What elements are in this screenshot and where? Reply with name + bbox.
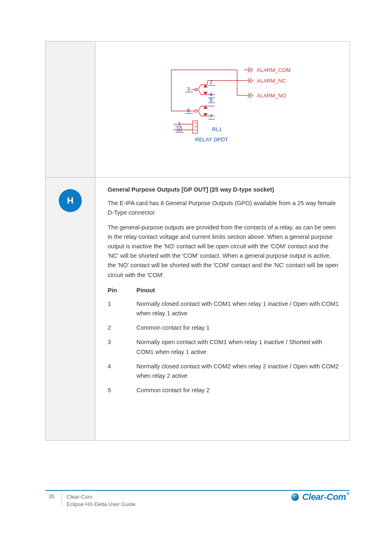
pinout-cell: Normally open contact with COM1 when rel… <box>136 338 339 356</box>
pin-cell: 1 <box>108 299 136 318</box>
label-alarm-no: ALARM_NO <box>257 92 286 99</box>
pinout-row: 1 Normally closed contact with COM1 when… <box>108 299 339 318</box>
label-rl1: RL1 <box>212 126 222 132</box>
page-number: 35 <box>48 493 54 500</box>
label-7: 7 <box>210 113 212 119</box>
paragraph-2: The general-purpose outputs are provided… <box>108 223 339 280</box>
pin-cell: 2 <box>108 323 136 333</box>
label-relay-dpdt: RELAY DPDT <box>195 136 228 143</box>
svg-marker-14 <box>204 92 207 95</box>
logo-registered-icon: ® <box>346 492 349 496</box>
content-table: H <box>45 41 350 441</box>
header-pin: Pin <box>108 286 136 295</box>
label-4: 4 <box>210 91 212 97</box>
label-10: 10 <box>176 126 182 132</box>
logo-brand-name: Clear-Com <box>302 492 346 502</box>
svg-marker-19 <box>204 106 207 109</box>
footer-doc-title: Eclipse HX-Delta User Guide <box>67 501 136 507</box>
pinout-row: 2 Common contact for relay 1 <box>108 323 339 333</box>
svg-line-17 <box>198 106 201 111</box>
cell-key-badge: H <box>46 178 95 440</box>
label-3: 3 <box>187 86 190 92</box>
svg-marker-22 <box>204 113 207 116</box>
logo-sphere-icon <box>291 493 300 502</box>
svg-line-28 <box>194 129 197 131</box>
key-badge: H <box>59 189 82 212</box>
relay-dpdt-diagram: ALARM_COM ALARM_NC ALARM_NO 3 8 2 4 9 7 … <box>147 55 299 158</box>
cell-diagram-key <box>46 42 95 178</box>
label-9: 9 <box>210 97 212 103</box>
label-alarm-com: ALARM_COM <box>257 67 291 73</box>
svg-point-6 <box>195 88 197 91</box>
paragraph-1: The E-IPA card has 8 General Purpose Out… <box>108 199 339 217</box>
pinout-cell: Normally closed contact with COM2 when r… <box>136 362 339 381</box>
table-right-column: ALARM_COM ALARM_NC ALARM_NO 3 8 2 4 9 7 … <box>95 42 350 440</box>
pinout-cell: Normally closed contact with COM1 when r… <box>136 299 339 318</box>
pinout-row: 3 Normally open contact with COM1 when r… <box>108 338 339 356</box>
footer-text: Clear-Com Eclipse HX-Delta User Guide <box>67 493 136 508</box>
cell-diagram: ALARM_COM ALARM_NC ALARM_NO 3 8 2 4 9 7 … <box>95 42 350 178</box>
svg-point-40 <box>291 493 299 501</box>
footer-brand-line: Clear-Com <box>67 494 92 500</box>
pinout-cell: Common contact for relay 1 <box>136 323 339 333</box>
svg-line-7 <box>198 85 201 90</box>
svg-line-12 <box>198 90 201 95</box>
svg-marker-11 <box>204 85 207 87</box>
pin-cell: 3 <box>108 338 136 356</box>
pinout-row: 5 Common contact for relay 2 <box>108 386 339 395</box>
logo-text: Clear-Com® <box>302 492 349 502</box>
pin-cell: 5 <box>108 386 136 395</box>
footer-vertical-divider <box>62 493 62 506</box>
svg-line-27 <box>194 126 197 127</box>
pinout-cell: Common contact for relay 2 <box>136 386 339 395</box>
cell-description: General Purpose Outputs [GP OUT] (25 way… <box>95 178 350 440</box>
header-pinout: Pinout <box>136 286 339 295</box>
label-2: 2 <box>210 79 212 85</box>
table-left-column: H <box>46 42 95 440</box>
pinout-table-header: Pin Pinout <box>108 286 339 295</box>
label-8: 8 <box>187 107 190 113</box>
section-heading: General Purpose Outputs [GP OUT] (25 way… <box>108 185 339 194</box>
svg-line-20 <box>198 111 201 116</box>
brand-logo: Clear-Com® <box>291 492 349 502</box>
pinout-row: 4 Normally closed contact with COM2 when… <box>108 362 339 381</box>
label-alarm-nc: ALARM_NC <box>257 78 286 84</box>
label-1: 1 <box>178 120 181 127</box>
footer-divider <box>45 490 349 491</box>
pin-cell: 4 <box>108 362 136 381</box>
svg-point-16 <box>195 110 197 112</box>
svg-line-26 <box>194 123 197 124</box>
